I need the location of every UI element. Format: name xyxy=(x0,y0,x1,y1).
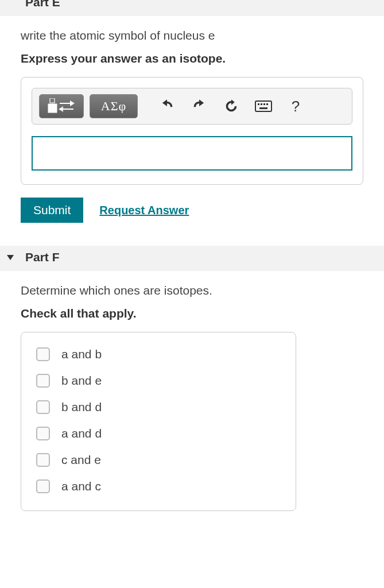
template-icon xyxy=(47,98,76,114)
part-f-heading: Part F xyxy=(25,250,60,264)
svg-rect-1 xyxy=(50,98,55,103)
reset-button[interactable] xyxy=(218,94,245,118)
caret-down-icon xyxy=(7,255,14,260)
submit-label: Submit xyxy=(33,203,71,216)
checkbox[interactable] xyxy=(36,374,50,388)
template-picker-button[interactable] xyxy=(39,94,84,118)
choice-row[interactable]: b and d xyxy=(36,400,281,414)
reset-icon xyxy=(223,98,239,114)
choice-row[interactable]: a and d xyxy=(36,427,281,440)
part-f-question: Determine which ones are isotopes. xyxy=(21,284,363,297)
choice-row[interactable]: a and b xyxy=(36,347,281,361)
request-answer-link[interactable]: Request Answer xyxy=(99,204,189,217)
part-e-instruction: Express your answer as an isotope. xyxy=(21,52,363,65)
svg-rect-5 xyxy=(263,103,265,105)
part-e-header[interactable]: Part E xyxy=(0,0,384,16)
part-f-body: Determine which ones are isotopes. Check… xyxy=(0,271,384,534)
submit-button[interactable]: Submit xyxy=(21,198,83,223)
checkbox[interactable] xyxy=(36,400,50,414)
formula-toolbar: ΑΣφ xyxy=(32,88,352,125)
keyboard-icon xyxy=(255,100,272,112)
svg-rect-4 xyxy=(261,103,262,105)
checkbox[interactable] xyxy=(36,479,50,493)
redo-icon xyxy=(191,98,207,114)
choice-row[interactable]: b and e xyxy=(36,374,281,388)
choice-row[interactable]: c and e xyxy=(36,453,281,467)
svg-rect-7 xyxy=(259,107,267,109)
checkbox[interactable] xyxy=(36,347,50,361)
undo-button[interactable] xyxy=(154,94,180,118)
greek-symbols-button[interactable]: ΑΣφ xyxy=(90,94,138,118)
svg-rect-3 xyxy=(258,103,259,105)
choice-label: c and e xyxy=(61,453,101,467)
choice-label: b and e xyxy=(61,374,102,388)
keyboard-button[interactable] xyxy=(250,94,277,118)
part-e-body: write the atomic symbol of nucleus e Exp… xyxy=(0,16,384,246)
request-answer-label: Request Answer xyxy=(99,204,189,216)
answer-input[interactable] xyxy=(32,136,352,171)
greek-label: ΑΣφ xyxy=(101,99,126,114)
svg-rect-6 xyxy=(266,103,268,105)
part-f-instruction: Check all that apply. xyxy=(21,307,363,320)
choice-label: a and c xyxy=(61,479,101,493)
redo-button[interactable] xyxy=(186,94,212,118)
choice-label: a and b xyxy=(61,347,102,361)
answer-panel: ΑΣφ xyxy=(21,77,363,185)
choices-panel: a and b b and e b and d a and d c and e … xyxy=(21,332,296,511)
help-button[interactable]: ? xyxy=(282,94,309,118)
svg-rect-2 xyxy=(255,101,271,111)
svg-rect-0 xyxy=(48,104,57,113)
part-e-question: write the atomic symbol of nucleus e xyxy=(21,29,363,42)
help-icon: ? xyxy=(292,98,300,115)
choice-row[interactable]: a and c xyxy=(36,479,281,493)
undo-icon xyxy=(159,98,175,114)
part-e-actions: Submit Request Answer xyxy=(21,198,363,223)
part-e-heading: Part E xyxy=(25,0,60,9)
part-f-header[interactable]: Part F xyxy=(0,246,384,271)
checkbox[interactable] xyxy=(36,427,50,440)
checkbox[interactable] xyxy=(36,453,50,467)
choice-label: a and d xyxy=(61,427,102,440)
choice-label: b and d xyxy=(61,400,102,414)
